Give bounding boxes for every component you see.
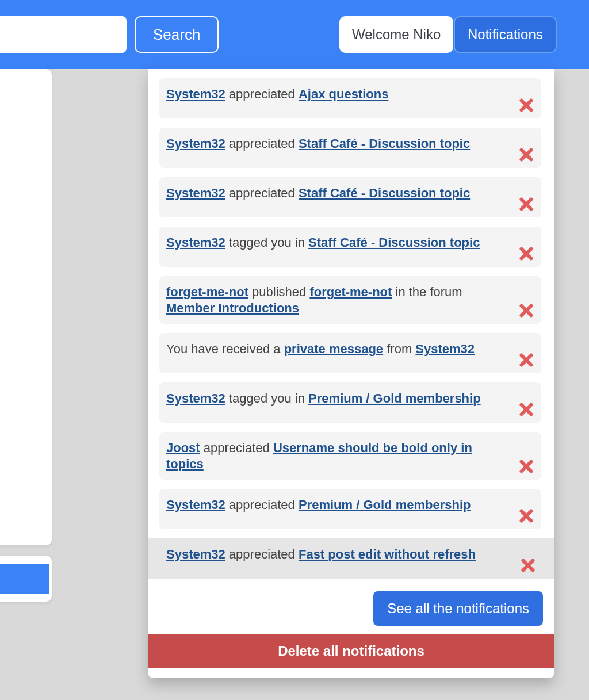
welcome-user-chip[interactable]: Welcome Niko <box>339 16 453 53</box>
close-icon[interactable] <box>518 98 533 113</box>
notification-text: appreciated <box>225 87 299 101</box>
notification-row[interactable]: forget-me-not published forget-me-not in… <box>159 276 541 324</box>
notification-row[interactable]: Joost appreciated Username should be bol… <box>159 432 541 480</box>
target-link[interactable]: Member Introductions <box>166 301 299 315</box>
close-icon[interactable] <box>518 147 533 162</box>
sidebar-card <box>0 69 52 545</box>
actor-link[interactable]: System32 <box>166 136 225 151</box>
target-link[interactable]: Staff Café - Discussion topic <box>299 136 470 151</box>
target-link[interactable]: Ajax questions <box>299 87 388 101</box>
page-root: Search Welcome Niko Notifications System… <box>0 0 589 700</box>
target-link[interactable]: Premium / Gold membership <box>299 498 471 512</box>
sidebar-card <box>0 556 52 602</box>
notification-text: appreciated <box>225 547 299 561</box>
notification-text: appreciated <box>225 498 299 512</box>
notification-text: published <box>248 285 309 299</box>
target-link[interactable]: private message <box>284 342 383 356</box>
actor-link[interactable]: forget-me-not <box>166 285 248 299</box>
notification-text: appreciated <box>225 136 299 151</box>
notification-row[interactable]: System32 appreciated Ajax questions <box>159 78 541 118</box>
notification-text: appreciated <box>200 441 273 455</box>
notification-text: from <box>383 342 415 356</box>
notification-text: in the forum <box>392 285 465 299</box>
close-icon[interactable] <box>518 459 533 474</box>
actor-link[interactable]: System32 <box>166 498 225 512</box>
close-icon[interactable] <box>518 402 533 417</box>
target-link[interactable]: forget-me-not <box>309 285 392 299</box>
search-input[interactable] <box>0 16 127 53</box>
notifications-button[interactable]: Notifications <box>454 16 557 53</box>
close-icon[interactable] <box>520 558 535 573</box>
notification-text: appreciated <box>225 186 299 200</box>
notification-row[interactable]: System32 appreciated Fast post edit with… <box>148 538 554 579</box>
notification-row[interactable]: System32 tagged you in Premium / Gold me… <box>159 382 541 423</box>
notification-row[interactable]: System32 appreciated Staff Café - Discus… <box>159 177 541 217</box>
actor-link[interactable]: Joost <box>166 441 200 455</box>
search-button[interactable]: Search <box>135 16 219 53</box>
actor-link[interactable]: System32 <box>166 87 225 101</box>
see-all-notifications-button[interactable]: See all the notifications <box>373 591 543 626</box>
topbar: Search Welcome Niko Notifications <box>0 0 589 69</box>
actor-link[interactable]: System32 <box>166 235 225 250</box>
actor-link[interactable]: System32 <box>415 342 475 356</box>
close-icon[interactable] <box>518 508 533 523</box>
actor-link[interactable]: System32 <box>166 391 225 406</box>
notification-row[interactable]: System32 appreciated Premium / Gold memb… <box>159 489 541 529</box>
notification-row[interactable]: System32 tagged you in Staff Café - Disc… <box>159 227 541 267</box>
close-icon[interactable] <box>518 303 533 318</box>
target-link[interactable]: Premium / Gold membership <box>308 391 481 406</box>
notifications-panel: System32 appreciated Ajax questions Syst… <box>148 69 554 678</box>
delete-all-notifications-button[interactable]: Delete all notifications <box>148 634 554 668</box>
close-icon[interactable] <box>518 197 533 212</box>
target-link[interactable]: Staff Café - Discussion topic <box>299 186 470 200</box>
actor-link[interactable]: System32 <box>166 186 225 200</box>
notification-text: tagged you in <box>225 391 308 406</box>
notification-text: You have received a <box>166 342 284 356</box>
close-icon[interactable] <box>518 246 533 261</box>
notification-row[interactable]: You have received a private message from… <box>159 333 541 373</box>
notification-text: tagged you in <box>225 235 308 250</box>
close-icon[interactable] <box>518 353 533 368</box>
notification-row[interactable]: System32 appreciated Staff Café - Discus… <box>159 128 541 168</box>
target-link[interactable]: Fast post edit without refresh <box>299 547 476 561</box>
actor-link[interactable]: System32 <box>166 547 225 561</box>
target-link[interactable]: Staff Café - Discussion topic <box>308 235 480 250</box>
panel-footer: See all the notifications <box>159 588 543 626</box>
